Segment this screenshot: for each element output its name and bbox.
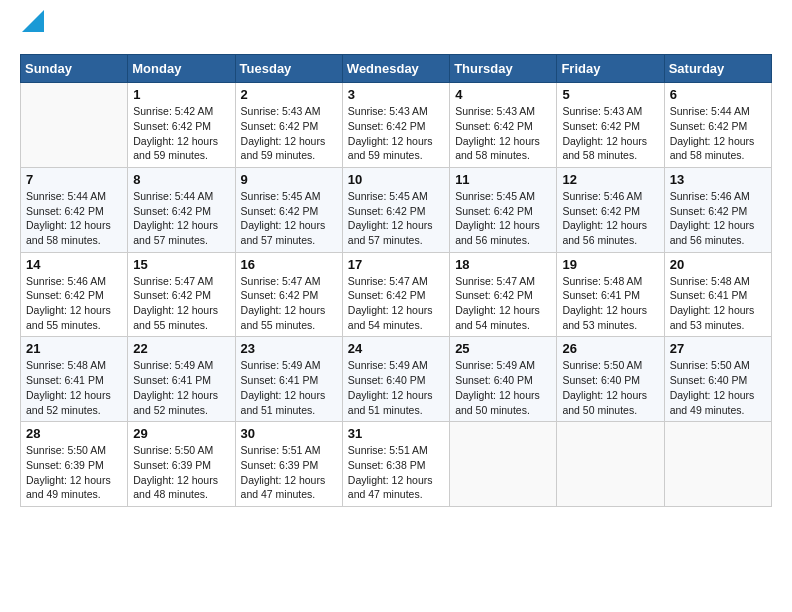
day-number: 24: [348, 341, 444, 356]
day-header-wednesday: Wednesday: [342, 55, 449, 83]
day-info: Sunrise: 5:46 AM Sunset: 6:42 PM Dayligh…: [562, 189, 658, 248]
logo: [20, 20, 44, 44]
day-number: 22: [133, 341, 229, 356]
calendar-table: SundayMondayTuesdayWednesdayThursdayFrid…: [20, 54, 772, 507]
day-header-monday: Monday: [128, 55, 235, 83]
day-info: Sunrise: 5:49 AM Sunset: 6:41 PM Dayligh…: [241, 358, 337, 417]
calendar-cell: 11Sunrise: 5:45 AM Sunset: 6:42 PM Dayli…: [450, 167, 557, 252]
day-number: 28: [26, 426, 122, 441]
day-info: Sunrise: 5:45 AM Sunset: 6:42 PM Dayligh…: [348, 189, 444, 248]
day-number: 17: [348, 257, 444, 272]
calendar-cell: 22Sunrise: 5:49 AM Sunset: 6:41 PM Dayli…: [128, 337, 235, 422]
calendar-cell: 1Sunrise: 5:42 AM Sunset: 6:42 PM Daylig…: [128, 83, 235, 168]
day-number: 30: [241, 426, 337, 441]
day-info: Sunrise: 5:44 AM Sunset: 6:42 PM Dayligh…: [26, 189, 122, 248]
day-number: 4: [455, 87, 551, 102]
day-header-friday: Friday: [557, 55, 664, 83]
calendar-cell: 3Sunrise: 5:43 AM Sunset: 6:42 PM Daylig…: [342, 83, 449, 168]
day-number: 14: [26, 257, 122, 272]
calendar-cell: [557, 422, 664, 507]
calendar-cell: 16Sunrise: 5:47 AM Sunset: 6:42 PM Dayli…: [235, 252, 342, 337]
day-info: Sunrise: 5:47 AM Sunset: 6:42 PM Dayligh…: [348, 274, 444, 333]
calendar-cell: 26Sunrise: 5:50 AM Sunset: 6:40 PM Dayli…: [557, 337, 664, 422]
svg-marker-0: [22, 10, 44, 32]
calendar-cell: 5Sunrise: 5:43 AM Sunset: 6:42 PM Daylig…: [557, 83, 664, 168]
calendar-week-row: 28Sunrise: 5:50 AM Sunset: 6:39 PM Dayli…: [21, 422, 772, 507]
calendar-cell: [450, 422, 557, 507]
day-number: 11: [455, 172, 551, 187]
day-number: 10: [348, 172, 444, 187]
calendar-week-row: 7Sunrise: 5:44 AM Sunset: 6:42 PM Daylig…: [21, 167, 772, 252]
day-info: Sunrise: 5:45 AM Sunset: 6:42 PM Dayligh…: [455, 189, 551, 248]
calendar-cell: 9Sunrise: 5:45 AM Sunset: 6:42 PM Daylig…: [235, 167, 342, 252]
day-number: 23: [241, 341, 337, 356]
calendar-week-row: 21Sunrise: 5:48 AM Sunset: 6:41 PM Dayli…: [21, 337, 772, 422]
day-info: Sunrise: 5:50 AM Sunset: 6:40 PM Dayligh…: [670, 358, 766, 417]
day-info: Sunrise: 5:51 AM Sunset: 6:38 PM Dayligh…: [348, 443, 444, 502]
day-number: 2: [241, 87, 337, 102]
day-info: Sunrise: 5:50 AM Sunset: 6:40 PM Dayligh…: [562, 358, 658, 417]
calendar-cell: 7Sunrise: 5:44 AM Sunset: 6:42 PM Daylig…: [21, 167, 128, 252]
day-info: Sunrise: 5:47 AM Sunset: 6:42 PM Dayligh…: [241, 274, 337, 333]
day-number: 12: [562, 172, 658, 187]
day-number: 7: [26, 172, 122, 187]
day-info: Sunrise: 5:47 AM Sunset: 6:42 PM Dayligh…: [133, 274, 229, 333]
day-info: Sunrise: 5:50 AM Sunset: 6:39 PM Dayligh…: [26, 443, 122, 502]
calendar-cell: 21Sunrise: 5:48 AM Sunset: 6:41 PM Dayli…: [21, 337, 128, 422]
day-info: Sunrise: 5:42 AM Sunset: 6:42 PM Dayligh…: [133, 104, 229, 163]
calendar-cell: [21, 83, 128, 168]
day-number: 26: [562, 341, 658, 356]
calendar-cell: 29Sunrise: 5:50 AM Sunset: 6:39 PM Dayli…: [128, 422, 235, 507]
day-info: Sunrise: 5:44 AM Sunset: 6:42 PM Dayligh…: [133, 189, 229, 248]
calendar-cell: 18Sunrise: 5:47 AM Sunset: 6:42 PM Dayli…: [450, 252, 557, 337]
calendar-cell: 4Sunrise: 5:43 AM Sunset: 6:42 PM Daylig…: [450, 83, 557, 168]
calendar-header-row: SundayMondayTuesdayWednesdayThursdayFrid…: [21, 55, 772, 83]
day-number: 15: [133, 257, 229, 272]
calendar-cell: 30Sunrise: 5:51 AM Sunset: 6:39 PM Dayli…: [235, 422, 342, 507]
day-header-tuesday: Tuesday: [235, 55, 342, 83]
day-number: 5: [562, 87, 658, 102]
calendar-cell: 17Sunrise: 5:47 AM Sunset: 6:42 PM Dayli…: [342, 252, 449, 337]
calendar-cell: 28Sunrise: 5:50 AM Sunset: 6:39 PM Dayli…: [21, 422, 128, 507]
calendar-week-row: 14Sunrise: 5:46 AM Sunset: 6:42 PM Dayli…: [21, 252, 772, 337]
day-info: Sunrise: 5:51 AM Sunset: 6:39 PM Dayligh…: [241, 443, 337, 502]
calendar-cell: 8Sunrise: 5:44 AM Sunset: 6:42 PM Daylig…: [128, 167, 235, 252]
day-number: 29: [133, 426, 229, 441]
day-header-sunday: Sunday: [21, 55, 128, 83]
calendar-week-row: 1Sunrise: 5:42 AM Sunset: 6:42 PM Daylig…: [21, 83, 772, 168]
calendar-cell: 23Sunrise: 5:49 AM Sunset: 6:41 PM Dayli…: [235, 337, 342, 422]
calendar-cell: 10Sunrise: 5:45 AM Sunset: 6:42 PM Dayli…: [342, 167, 449, 252]
day-number: 1: [133, 87, 229, 102]
calendar-cell: 20Sunrise: 5:48 AM Sunset: 6:41 PM Dayli…: [664, 252, 771, 337]
page-header: [20, 20, 772, 44]
day-info: Sunrise: 5:43 AM Sunset: 6:42 PM Dayligh…: [348, 104, 444, 163]
calendar-cell: 2Sunrise: 5:43 AM Sunset: 6:42 PM Daylig…: [235, 83, 342, 168]
day-header-thursday: Thursday: [450, 55, 557, 83]
calendar-cell: 12Sunrise: 5:46 AM Sunset: 6:42 PM Dayli…: [557, 167, 664, 252]
calendar-cell: 25Sunrise: 5:49 AM Sunset: 6:40 PM Dayli…: [450, 337, 557, 422]
day-number: 8: [133, 172, 229, 187]
calendar-cell: 19Sunrise: 5:48 AM Sunset: 6:41 PM Dayli…: [557, 252, 664, 337]
day-number: 9: [241, 172, 337, 187]
day-number: 13: [670, 172, 766, 187]
day-number: 19: [562, 257, 658, 272]
day-info: Sunrise: 5:46 AM Sunset: 6:42 PM Dayligh…: [26, 274, 122, 333]
calendar-cell: 13Sunrise: 5:46 AM Sunset: 6:42 PM Dayli…: [664, 167, 771, 252]
calendar-cell: 15Sunrise: 5:47 AM Sunset: 6:42 PM Dayli…: [128, 252, 235, 337]
day-info: Sunrise: 5:49 AM Sunset: 6:40 PM Dayligh…: [455, 358, 551, 417]
day-number: 20: [670, 257, 766, 272]
calendar-cell: 14Sunrise: 5:46 AM Sunset: 6:42 PM Dayli…: [21, 252, 128, 337]
calendar-cell: 24Sunrise: 5:49 AM Sunset: 6:40 PM Dayli…: [342, 337, 449, 422]
day-info: Sunrise: 5:50 AM Sunset: 6:39 PM Dayligh…: [133, 443, 229, 502]
day-number: 6: [670, 87, 766, 102]
day-info: Sunrise: 5:49 AM Sunset: 6:41 PM Dayligh…: [133, 358, 229, 417]
day-number: 31: [348, 426, 444, 441]
calendar-cell: [664, 422, 771, 507]
calendar-cell: 31Sunrise: 5:51 AM Sunset: 6:38 PM Dayli…: [342, 422, 449, 507]
calendar-cell: 6Sunrise: 5:44 AM Sunset: 6:42 PM Daylig…: [664, 83, 771, 168]
day-number: 3: [348, 87, 444, 102]
day-info: Sunrise: 5:47 AM Sunset: 6:42 PM Dayligh…: [455, 274, 551, 333]
logo-arrow-icon: [22, 10, 44, 32]
day-info: Sunrise: 5:44 AM Sunset: 6:42 PM Dayligh…: [670, 104, 766, 163]
day-info: Sunrise: 5:46 AM Sunset: 6:42 PM Dayligh…: [670, 189, 766, 248]
